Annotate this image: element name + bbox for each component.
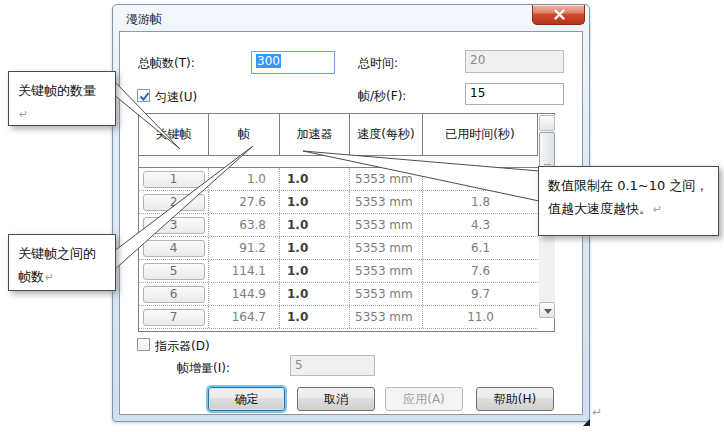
table-row: 2 27.6 1.0 5353 mm 1.8 <box>139 191 538 214</box>
apply-button: 应用(A) <box>385 387 463 411</box>
fps-label: 帧/秒(F): <box>358 88 406 105</box>
header-keyframe: 关键帧 <box>139 114 209 156</box>
fps-input[interactable]: 15 <box>465 83 564 105</box>
accelerator-cell[interactable]: 1.0 <box>280 214 350 236</box>
total-frames-label: 总帧数(T): <box>138 55 195 72</box>
frame-cell: 91.2 <box>209 237 280 259</box>
table-body: 1 1.0 1.0 5353 mm 0.1 2 27.6 1.0 5353 mm… <box>139 167 538 333</box>
keyframe-table: 关键帧 帧 加速器 速度(每秒) 已用时间(秒) 1 1.0 1.0 5353 … <box>138 113 555 332</box>
cancel-button[interactable]: 取消 <box>297 387 375 411</box>
scroll-up-arrow-icon[interactable] <box>539 115 555 131</box>
frame-cell: 114.1 <box>209 260 280 282</box>
table-row: 7 164.7 1.0 5353 mm 11.0 <box>139 306 538 329</box>
accelerator-cell[interactable]: 1.0 <box>280 237 350 259</box>
return-mark-icon: ↵ <box>45 271 54 284</box>
callout-anchor-icon <box>583 419 590 426</box>
speed-cell: 5353 mm <box>350 306 423 328</box>
selected-text: 300 <box>256 54 281 68</box>
indicator-checkbox[interactable] <box>137 338 150 351</box>
frame-increment-label: 帧增量(I): <box>177 360 230 377</box>
keyframe-button[interactable]: 5 <box>143 263 205 280</box>
dialog-titlebar[interactable]: 漫游帧 <box>113 5 589 31</box>
table-row: 3 63.8 1.0 5353 mm 4.3 <box>139 214 538 237</box>
return-mark-icon: ↵ <box>592 405 602 419</box>
table-row: 5 114.1 1.0 5353 mm 7.6 <box>139 260 538 283</box>
elapsed-cell: 1.8 <box>423 191 538 213</box>
elapsed-cell: 0.1 <box>423 168 538 190</box>
keyframe-button[interactable]: 1 <box>143 171 205 188</box>
close-icon <box>554 9 565 20</box>
scroll-down-arrow-icon[interactable] <box>539 302 555 318</box>
speed-cell: 5353 mm <box>350 283 423 305</box>
table-header-row: 关键帧 帧 加速器 速度(每秒) 已用时间(秒) <box>139 114 538 156</box>
close-button[interactable] <box>532 5 585 25</box>
accelerator-cell[interactable]: 1.0 <box>280 168 350 190</box>
indicator-label: 指示器(D) <box>155 338 210 355</box>
elapsed-cell: 9.7 <box>423 283 538 305</box>
speed-cell: 5353 mm <box>350 237 423 259</box>
accelerator-cell[interactable]: 1.0 <box>280 260 350 282</box>
speed-cell: 5353 mm <box>350 191 423 213</box>
frame-cell: 63.8 <box>209 214 280 236</box>
speed-cell: 5353 mm <box>350 260 423 282</box>
accelerator-cell[interactable]: 1.0 <box>280 306 350 328</box>
table-row: 6 144.9 1.0 5353 mm 9.7 <box>139 283 538 306</box>
header-speed: 速度(每秒) <box>350 114 423 156</box>
uniform-speed-label: 匀速(U) <box>155 89 197 106</box>
speed-cell: 5353 mm <box>350 168 423 190</box>
return-mark-icon: ↵ <box>653 203 662 216</box>
help-button[interactable]: 帮助(H) <box>476 387 554 411</box>
frame-increment-input: 5 <box>290 355 375 376</box>
frame-cell: 144.9 <box>209 283 280 305</box>
total-time-label: 总时间: <box>358 55 398 72</box>
uniform-speed-checkbox[interactable] <box>137 89 150 102</box>
keyframe-button[interactable]: 3 <box>143 217 205 234</box>
keyframe-button[interactable]: 4 <box>143 240 205 257</box>
table-row: 4 91.2 1.0 5353 mm 6.1 <box>139 237 538 260</box>
callout-keyframe-count: 关键帧的数量↵ <box>8 71 116 126</box>
frame-cell: 164.7 <box>209 306 280 328</box>
callout-frames-between: 关键帧之间的帧数↵ <box>8 234 116 291</box>
keyframe-button[interactable]: 6 <box>143 286 205 303</box>
elapsed-cell: 11.0 <box>423 306 538 328</box>
accelerator-cell[interactable]: 1.0 <box>280 283 350 305</box>
frame-cell: 27.6 <box>209 191 280 213</box>
total-time-input: 20 <box>465 50 564 73</box>
dialog-content-panel: 总帧数(T): 300 总时间: 20 匀速(U) 帧/秒(F): 15 关键帧… <box>119 31 583 415</box>
keyframe-button[interactable]: 2 <box>143 194 205 211</box>
checkmark-icon <box>138 90 151 103</box>
document-page: 漫游帧 总帧数(T): 300 总时间: 20 匀速(U) 帧/秒(F): 15 <box>0 0 724 432</box>
accelerator-cell[interactable]: 1.0 <box>280 191 350 213</box>
speed-cell: 5353 mm <box>350 214 423 236</box>
walkthrough-frames-dialog: 漫游帧 总帧数(T): 300 总时间: 20 匀速(U) 帧/秒(F): 15 <box>112 4 590 422</box>
dialog-title: 漫游帧 <box>126 11 162 28</box>
header-accelerator: 加速器 <box>280 114 350 156</box>
header-elapsed: 已用时间(秒) <box>423 114 538 156</box>
table-row: 1 1.0 1.0 5353 mm 0.1 <box>139 168 538 191</box>
header-frame: 帧 <box>209 114 280 156</box>
frame-cell: 1.0 <box>209 168 280 190</box>
elapsed-cell: 4.3 <box>423 214 538 236</box>
elapsed-cell: 6.1 <box>423 237 538 259</box>
total-frames-input[interactable]: 300 <box>251 51 335 74</box>
callout-accelerator-range: 数值限制在 0.1~10 之间，值越大速度越快。↵ <box>538 166 719 236</box>
ok-button[interactable]: 确定 <box>208 387 285 411</box>
keyframe-button[interactable]: 7 <box>143 309 205 326</box>
elapsed-cell: 7.6 <box>423 260 538 282</box>
return-mark-icon: ↵ <box>19 108 28 121</box>
